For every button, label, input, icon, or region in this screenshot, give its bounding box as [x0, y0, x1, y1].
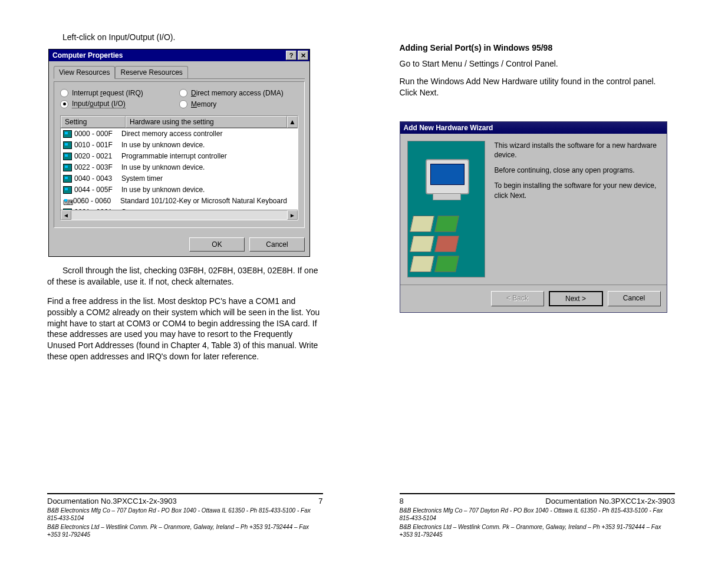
help-button[interactable]: ? [286, 51, 297, 60]
close-button[interactable]: ✕ [298, 51, 308, 60]
list-item[interactable]: 0020 - 0021Programmable interrupt contro… [61, 151, 298, 162]
page-number: 7 [318, 497, 322, 505]
wizard-title: Add New Hardware Wizard [400, 122, 667, 134]
doc-no: Documentation No.3PXCC1x-2x-3903 [545, 497, 675, 505]
para-run-utility: Run the Windows Add New Hardware utility… [400, 76, 676, 99]
radio-dma[interactable]: Direct memory access (DMA) [179, 88, 298, 98]
device-icon [63, 209, 72, 210]
scroll-right-icon[interactable]: ► [287, 210, 298, 220]
horizontal-scrollbar[interactable]: ◄ ► [61, 210, 298, 220]
device-icon [63, 164, 72, 171]
cancel-button[interactable]: Cancel [608, 291, 661, 306]
next-button[interactable]: Next > [549, 291, 603, 306]
para-startmenu: Go to Start Menu / Settings / Control Pa… [400, 58, 676, 70]
footer-address-2: B&B Electronics Ltd – Westlink Comm. Pk … [47, 523, 323, 538]
footer-address-1: B&B Electronics Mfg Co – 707 Dayton Rd -… [47, 507, 323, 522]
radio-irq[interactable]: Interrupt request (IRQ) [60, 88, 179, 98]
footer-address-2: B&B Electronics Ltd – Westlink Comm. Pk … [400, 523, 676, 538]
dialog-title: Computer Properties [52, 51, 285, 59]
tab-strip: View Resources Reserve Resources [54, 66, 305, 79]
col-setting[interactable]: Setting [61, 116, 126, 128]
add-new-hardware-wizard: Add New Hardware Wizard This wizard inst… [400, 121, 667, 313]
wizard-artwork [407, 141, 485, 277]
list-item[interactable]: 0061 - 0061S… [61, 207, 298, 210]
tab-view-resources[interactable]: View Resources [54, 66, 115, 79]
list-item[interactable]: 0010 - 001FIn use by unknown device. [61, 140, 298, 151]
para-find-free: Find a free address in the list. Most de… [47, 296, 323, 362]
tab-reserve-resources[interactable]: Reserve Resources [115, 66, 187, 78]
keyboard-icon: ⌨ [63, 198, 71, 204]
page-footer-right: 8 Documentation No.3PXCC1x-2x-3903 B&B E… [400, 493, 676, 538]
section-heading: Adding Serial Port(s) in Windows 95/98 [400, 43, 676, 52]
list-item[interactable]: 0040 - 0043System timer [61, 173, 298, 184]
ok-button[interactable]: OK [189, 237, 245, 252]
device-icon [63, 130, 72, 138]
cancel-button[interactable]: Cancel [249, 237, 305, 252]
computer-properties-dialog: Computer Properties ? ✕ View Resources R… [48, 49, 310, 257]
wizard-text: This wizard installs the software for a … [495, 141, 660, 277]
list-item[interactable]: 0044 - 005FIn use by unknown device. [61, 184, 298, 196]
radio-io[interactable]: Input/output (I/O) [60, 98, 179, 110]
scroll-left-icon[interactable]: ◄ [61, 210, 71, 220]
list-item[interactable]: 0000 - 000FDirect memory access controll… [61, 128, 298, 140]
device-icon [63, 141, 72, 149]
instruction-left-click: Left-click on Input/Output (I/O). [62, 32, 323, 42]
page-number: 8 [400, 497, 404, 505]
back-button: < Back [491, 291, 544, 306]
doc-no: Documentation No.3PXCC1x-2x-3903 [47, 497, 177, 505]
footer-address-1: B&B Electronics Mfg Co – 707 Dayton Rd -… [400, 507, 676, 522]
list-item[interactable]: 0022 - 003FIn use by unknown device. [61, 162, 298, 173]
radio-memory[interactable]: Memory [179, 98, 298, 110]
dialog-titlebar: Computer Properties ? ✕ [49, 49, 309, 61]
list-item[interactable]: ⌨0060 - 0060Standard 101/102-Key or Micr… [61, 196, 298, 207]
resource-list: Setting Hardware using the setting ▲ 000… [60, 115, 298, 220]
device-icon [63, 175, 72, 183]
device-icon [63, 186, 72, 194]
device-icon [63, 153, 72, 160]
page-footer-left: Documentation No.3PXCC1x-2x-3903 7 B&B E… [47, 493, 323, 538]
scroll-up-icon[interactable]: ▲ [287, 116, 298, 128]
col-hardware[interactable]: Hardware using the setting [126, 116, 287, 128]
para-scroll: Scroll through the list, checking 03F8H,… [47, 265, 323, 287]
